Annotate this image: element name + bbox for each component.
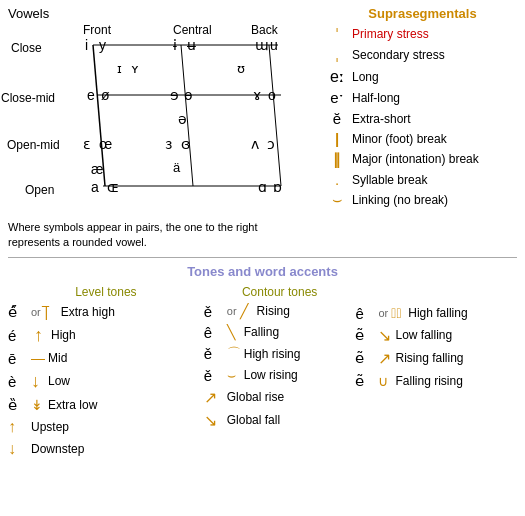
tone-mid: ē — Mid bbox=[8, 350, 204, 367]
tone-sym-m: — bbox=[31, 350, 45, 366]
tone-char-xh: é̋ bbox=[8, 303, 28, 321]
supra-row-8: ⌣ Linking (no break) bbox=[328, 191, 517, 209]
tone-low: è ↓ Low bbox=[8, 371, 204, 392]
supra-sym-5: | bbox=[328, 130, 346, 147]
tone-sym-xh: |̅ bbox=[44, 304, 58, 320]
contour-title: Contour tones bbox=[204, 285, 356, 299]
vowel-rev-epsilon: ɜ bbox=[165, 136, 172, 152]
supra-label-0: Primary stress bbox=[352, 27, 429, 41]
supra-row-6: ‖ Major (intonation) break bbox=[328, 150, 517, 168]
supra-label-7: Syllable break bbox=[352, 173, 427, 187]
vowel-u: u bbox=[270, 37, 278, 53]
tone-sym-f: ╲ bbox=[227, 324, 241, 340]
tone-label-h: High bbox=[51, 328, 121, 342]
vowel-rams-h: ɤ bbox=[253, 87, 261, 103]
tone-char-l: è bbox=[8, 373, 28, 390]
tones-level: Level tones é̋ or |̅ Extra high é ↑ High bbox=[8, 285, 204, 462]
tone-char-lf: ẽ bbox=[355, 326, 375, 344]
vowel-wturn: ɯ bbox=[255, 37, 269, 53]
vowels-title: Vowels bbox=[8, 6, 318, 21]
tone-rising: ě or ╱ Rising bbox=[204, 303, 356, 320]
tone-label-xl: Extra low bbox=[48, 398, 118, 412]
tone-downstep: ↓ Downstep bbox=[8, 440, 204, 458]
vowel-turned-a: ɒ bbox=[273, 179, 282, 195]
tone-label-rf: Rising falling bbox=[395, 351, 465, 365]
tone-sym-h: ↑ bbox=[34, 325, 48, 346]
tones-section: Tones and word accents Level tones é̋ or… bbox=[8, 264, 517, 462]
tone-rising-falling: ẽ ↗ Rising falling bbox=[355, 349, 517, 368]
vowel-a: a bbox=[91, 179, 99, 195]
tone-label-gr: Global rise bbox=[227, 390, 297, 404]
vowel-caret: ʌ bbox=[251, 136, 259, 152]
tones-contour: Contour tones ě or ╱ Rising ê ╲ Falling bbox=[204, 285, 356, 462]
page: Vowels Front Central Back Close Close-mi… bbox=[0, 0, 525, 516]
tone-sym-r: ╱ bbox=[240, 303, 254, 319]
tone-sym-xl: ↡ bbox=[31, 397, 45, 413]
supra-row-5: | Minor (foot) break bbox=[328, 130, 517, 147]
supra-label-8: Linking (no break) bbox=[352, 193, 448, 207]
tone-sym-rf: ↗ bbox=[378, 349, 392, 368]
suprasegmentals-section: Suprasegmentals ˈ Primary stress ˌ Secon… bbox=[318, 6, 517, 251]
supra-sym-0: ˈ bbox=[328, 25, 346, 43]
tone-or-r: or bbox=[227, 305, 237, 317]
vowel-y: y bbox=[99, 37, 106, 53]
tone-char-lr: ě bbox=[204, 367, 224, 384]
row-close-mid: Close-mid bbox=[1, 91, 55, 105]
tone-falling: ê ╲ Falling bbox=[204, 324, 356, 341]
supra-title: Suprasegmentals bbox=[328, 6, 517, 21]
supra-row-3: eˑ Half-long bbox=[328, 89, 517, 107]
divider bbox=[8, 257, 517, 258]
tone-sym-hr: ⌒ bbox=[227, 345, 241, 363]
tones-columns: Level tones é̋ or |̅ Extra high é ↑ High bbox=[8, 285, 517, 462]
tones-third: ê or ⌒̂ High falling ẽ ↘ Low falling ẽ ↗… bbox=[355, 285, 517, 462]
tone-label-r: Rising bbox=[257, 304, 327, 318]
tone-label-m: Mid bbox=[48, 351, 118, 365]
vowel-ups-u: ʊ bbox=[237, 61, 245, 76]
vowel-oe-cap: ɶ bbox=[107, 179, 119, 195]
supra-sym-6: ‖ bbox=[328, 150, 346, 168]
supra-sym-4: ĕ bbox=[328, 110, 346, 127]
tone-label-xh: Extra high bbox=[61, 305, 131, 319]
vowel-schwa: ə bbox=[178, 111, 187, 127]
tone-char-hr: ě bbox=[204, 345, 224, 362]
tone-label-lr: Low rising bbox=[244, 368, 314, 382]
tone-high-rising: ě ⌒ High rising bbox=[204, 345, 356, 363]
tone-sym-hf: ⌒̂ bbox=[391, 305, 405, 321]
supra-row-0: ˈ Primary stress bbox=[328, 25, 517, 43]
tone-label-us: Upstep bbox=[31, 420, 101, 434]
vowel-ash: æ bbox=[91, 161, 103, 177]
tones-title: Tones and word accents bbox=[8, 264, 517, 279]
supra-row-4: ĕ Extra-short bbox=[328, 110, 517, 127]
tone-sym-lf: ↘ bbox=[378, 326, 392, 345]
svg-line-4 bbox=[269, 45, 281, 186]
vowel-rev-e: ɘ bbox=[170, 87, 179, 103]
tone-char-h: é bbox=[8, 327, 28, 344]
vowel-sc-i: ɪ bbox=[117, 61, 122, 76]
vowel-e: e bbox=[87, 87, 95, 103]
row-open-mid: Open-mid bbox=[7, 138, 60, 152]
tone-sym-fr: ∪ bbox=[378, 373, 392, 389]
supra-label-1: Secondary stress bbox=[352, 48, 445, 62]
row-open: Open bbox=[25, 183, 54, 197]
row-close: Close bbox=[11, 41, 42, 55]
tone-label-gf: Global fall bbox=[227, 413, 297, 427]
tone-char-ds: ↓ bbox=[8, 440, 28, 458]
tone-global-rise: ↗ Global rise bbox=[204, 388, 356, 407]
tone-sym-l: ↓ bbox=[31, 371, 45, 392]
vowel-note: Where symbols appear in pairs, the one t… bbox=[8, 220, 308, 251]
vowel-sc-y: ʏ bbox=[131, 61, 139, 76]
vowel-script-a: ɑ bbox=[258, 179, 267, 195]
tone-char-xl: ȅ bbox=[8, 396, 28, 414]
supra-label-3: Half-long bbox=[352, 91, 400, 105]
supra-sym-3: eˑ bbox=[328, 89, 346, 107]
tone-char-hf: ê bbox=[355, 305, 375, 322]
vowel-a-mid: ä bbox=[173, 160, 180, 175]
tone-char-fr: ẽ bbox=[355, 372, 375, 390]
vowels-section: Vowels Front Central Back Close Close-mi… bbox=[8, 6, 318, 251]
tone-char-gf: ↘ bbox=[204, 411, 224, 430]
tone-char-r: ě bbox=[204, 303, 224, 320]
tone-char-us: ↑ bbox=[8, 418, 28, 436]
tone-or-1: or bbox=[31, 306, 41, 318]
supra-sym-8: ⌣ bbox=[328, 191, 346, 209]
tone-high-falling: ê or ⌒̂ High falling bbox=[355, 305, 517, 322]
